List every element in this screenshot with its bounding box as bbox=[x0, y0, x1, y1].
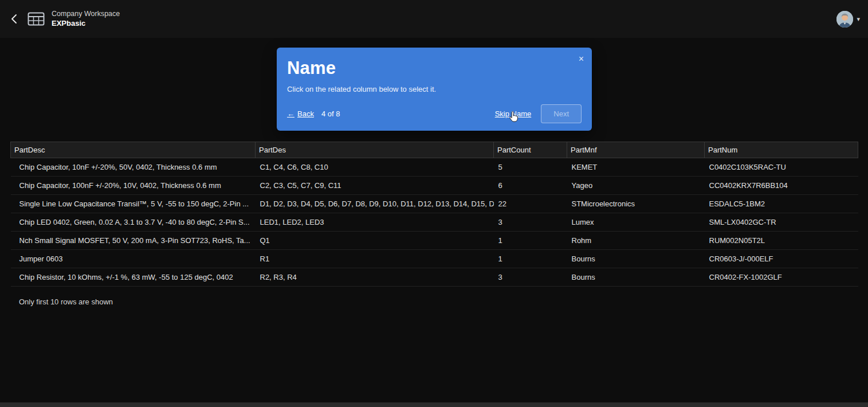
table-cell[interactable]: Yageo bbox=[567, 177, 705, 195]
table-row: Nch Small Signal MOSFET, 50 V, 200 mA, 3… bbox=[11, 232, 858, 250]
parts-table: PartDescPartDesPartCountPartMnfPartNum C… bbox=[10, 142, 858, 287]
next-button[interactable]: Next bbox=[541, 104, 582, 123]
column-header-partdes[interactable]: PartDes bbox=[256, 142, 494, 158]
table-cell[interactable]: STMicroelectronics bbox=[567, 195, 705, 213]
column-header-partdesc[interactable]: PartDesc bbox=[11, 142, 256, 158]
table-cell[interactable]: SML-LX0402GC-TR bbox=[705, 213, 858, 232]
table-cell[interactable]: Chip Capacitor, 10nF +/-20%, 50V, 0402, … bbox=[11, 158, 256, 177]
dialog-title: Name bbox=[287, 48, 582, 79]
table-cell[interactable]: KEMET bbox=[567, 158, 705, 177]
table-cell[interactable]: Rohm bbox=[567, 232, 705, 250]
column-header-partnum[interactable]: PartNum bbox=[705, 142, 858, 158]
chevron-left-icon bbox=[11, 14, 18, 24]
table-cell[interactable]: Chip Resistor, 10 kOhms, +/-1 %, 63 mW, … bbox=[11, 268, 256, 287]
table-cell[interactable]: CC0402KRX7R6BB104 bbox=[705, 177, 858, 195]
dialog-footer: ← Back 4 of 8 Skip Name Next bbox=[287, 104, 582, 123]
table-cell[interactable]: Single Line Low Capacitance Transil™, 5 … bbox=[11, 195, 256, 213]
table-row: Chip Capacitor, 10nF +/-20%, 50V, 0402, … bbox=[11, 158, 858, 177]
column-header-partmnf[interactable]: PartMnf bbox=[567, 142, 705, 158]
app-name: EXPbasic bbox=[52, 19, 120, 28]
table-cell[interactable]: 3 bbox=[494, 268, 567, 287]
table-cell[interactable]: C0402C103K5RAC-TU bbox=[705, 158, 858, 177]
dialog-subtitle: Click on the related column below to sel… bbox=[287, 85, 582, 93]
table-cell[interactable]: LED1, LED2, LED3 bbox=[256, 213, 494, 232]
table-row: Chip Resistor, 10 kOhms, +/-1 %, 63 mW, … bbox=[11, 268, 858, 287]
table-row: Chip LED 0402, Green, 0.02 A, 3.1 to 3.7… bbox=[11, 213, 858, 232]
table-cell[interactable]: ESDALC5-1BM2 bbox=[705, 195, 858, 213]
close-icon: × bbox=[579, 54, 584, 64]
table-cell[interactable]: Q1 bbox=[256, 232, 494, 250]
table-cell[interactable]: 3 bbox=[494, 213, 567, 232]
table-cell[interactable]: C1, C4, C6, C8, C10 bbox=[256, 158, 494, 177]
table-cell[interactable]: C2, C3, C5, C7, C9, C11 bbox=[256, 177, 494, 195]
table-row: Chip Capacitor, 100nF +/-20%, 10V, 0402,… bbox=[11, 177, 858, 195]
column-header-partcount[interactable]: PartCount bbox=[494, 142, 567, 158]
table-cell[interactable]: D1, D2, D3, D4, D5, D6, D7, D8, D9, D10,… bbox=[256, 195, 494, 213]
table-cell[interactable]: Chip Capacitor, 100nF +/-20%, 10V, 0402,… bbox=[11, 177, 256, 195]
table-cell[interactable]: CR0603-J/-000ELF bbox=[705, 250, 858, 268]
table-header-row: PartDescPartDesPartCountPartMnfPartNum bbox=[11, 142, 858, 158]
back-link[interactable]: ← Back bbox=[287, 109, 314, 118]
close-button[interactable]: × bbox=[576, 52, 586, 66]
table-cell[interactable]: Chip LED 0402, Green, 0.02 A, 3.1 to 3.7… bbox=[11, 213, 256, 232]
column-select-dialog: × Name Click on the related column below… bbox=[277, 48, 592, 131]
table-cell[interactable]: R2, R3, R4 bbox=[256, 268, 494, 287]
chevron-down-icon[interactable]: ▾ bbox=[857, 15, 860, 23]
account-menu[interactable]: ▾ bbox=[836, 11, 860, 28]
rows-limit-note: Only first 10 rows are shown bbox=[19, 298, 113, 306]
table-row: Single Line Low Capacitance Transil™, 5 … bbox=[11, 195, 858, 213]
table-row: Jumper 0603R11BournsCR0603-J/-000ELF bbox=[11, 250, 858, 268]
back-button[interactable] bbox=[5, 9, 24, 29]
table-cell[interactable]: R1 bbox=[256, 250, 494, 268]
table-cell[interactable]: Bourns bbox=[567, 268, 705, 287]
table-cell[interactable]: Bourns bbox=[567, 250, 705, 268]
table-cell[interactable]: Nch Small Signal MOSFET, 50 V, 200 mA, 3… bbox=[11, 232, 256, 250]
top-bar: Company Workspace EXPbasic ▾ bbox=[0, 0, 868, 38]
workspace-text: Company Workspace EXPbasic bbox=[52, 10, 120, 28]
table-cell[interactable]: Lumex bbox=[567, 213, 705, 232]
table-cell[interactable]: RUM002N05T2L bbox=[705, 232, 858, 250]
table-cell[interactable]: Jumper 0603 bbox=[11, 250, 256, 268]
workspace-icon bbox=[28, 12, 45, 26]
step-indicator: 4 of 8 bbox=[321, 109, 340, 118]
skip-name-link[interactable]: Skip Name bbox=[495, 109, 532, 118]
back-link-label: Back bbox=[297, 109, 314, 118]
avatar[interactable] bbox=[836, 11, 853, 28]
workspace-label: Company Workspace bbox=[52, 10, 120, 19]
table-cell[interactable]: 5 bbox=[494, 158, 567, 177]
table-cell[interactable]: CR0402-FX-1002GLF bbox=[705, 268, 858, 287]
parts-table-container: PartDescPartDesPartCountPartMnfPartNum C… bbox=[10, 142, 858, 287]
bottom-bar bbox=[0, 402, 868, 407]
table-cell[interactable]: 6 bbox=[494, 177, 567, 195]
table-cell[interactable]: 1 bbox=[494, 250, 567, 268]
arrow-left-icon: ← bbox=[287, 109, 294, 118]
table-cell[interactable]: 22 bbox=[494, 195, 567, 213]
table-cell[interactable]: 1 bbox=[494, 232, 567, 250]
